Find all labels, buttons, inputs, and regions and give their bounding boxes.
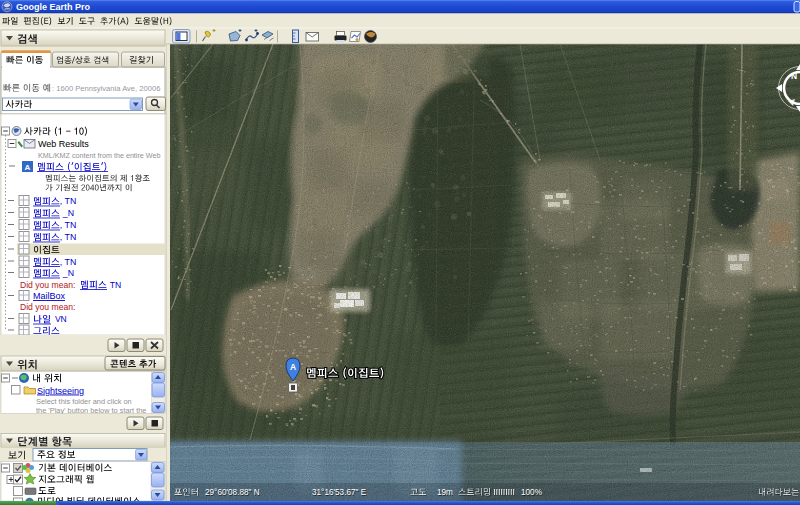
svg-text:A: A: [290, 362, 296, 372]
svg-text:N: N: [791, 71, 797, 81]
svg-text:VN: VN: [55, 314, 67, 324]
svg-text:_N: _N: [62, 268, 74, 278]
svg-text:KML/KMZ content from the entir: KML/KMZ content from the entire Web: [38, 151, 161, 160]
svg-text:Sightseeing: Sightseeing: [37, 386, 84, 396]
svg-text:: 1600 Pennsylvania Ave, 20006: : 1600 Pennsylvania Ave, 20006: [52, 84, 160, 93]
svg-text:the 'Play' button below to sta: the 'Play' button below to start the: [36, 406, 146, 415]
svg-text:_N: _N: [62, 208, 74, 218]
svg-text:, TN: , TN: [60, 257, 76, 267]
svg-text:Google Earth Pro: Google Earth Pro: [16, 2, 91, 12]
svg-text:31°16'53.67" E: 31°16'53.67" E: [312, 488, 367, 497]
svg-text:, TN: , TN: [60, 196, 76, 206]
svg-text:, TN: , TN: [60, 232, 76, 242]
svg-text:Did you mean:: Did you mean:: [20, 280, 75, 290]
svg-text:Web Results: Web Results: [38, 139, 89, 149]
svg-text:100%: 100%: [521, 488, 542, 497]
svg-text:19m: 19m: [437, 488, 453, 497]
svg-text:, TN: , TN: [60, 220, 76, 230]
svg-text:A: A: [25, 163, 31, 172]
svg-text:29°60'08.88" N: 29°60'08.88" N: [205, 488, 260, 497]
svg-text:MailBox: MailBox: [33, 291, 66, 301]
svg-text:Did you mean:: Did you mean:: [20, 302, 75, 312]
svg-text:TN: TN: [110, 280, 121, 290]
